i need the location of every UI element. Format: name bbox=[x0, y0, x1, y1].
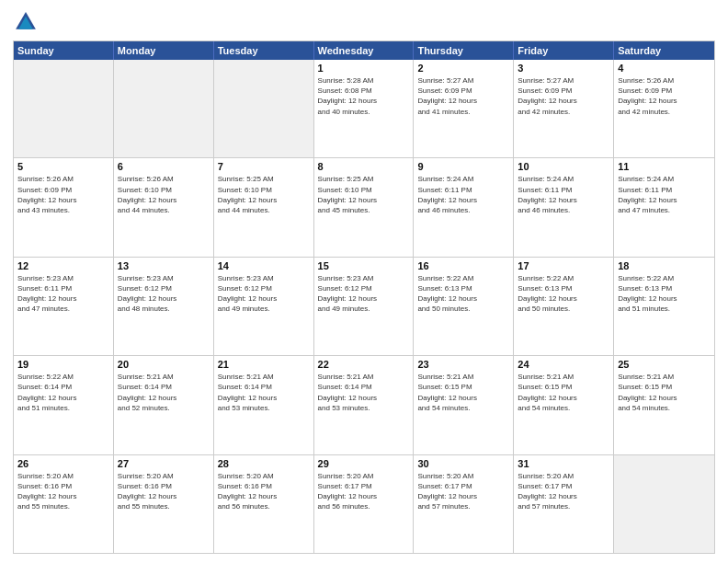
cell-info-line: Daylight: 12 hours bbox=[118, 491, 210, 501]
cell-info-line: Daylight: 12 hours bbox=[417, 195, 509, 205]
day-number: 19 bbox=[17, 359, 109, 370]
cell-info-line: and 57 minutes. bbox=[417, 501, 509, 511]
week-row-4: 19Sunrise: 5:22 AMSunset: 6:14 PMDayligh… bbox=[14, 356, 714, 454]
day-number: 23 bbox=[417, 359, 509, 370]
day-number: 1 bbox=[318, 63, 410, 74]
cell-info-line: Daylight: 12 hours bbox=[218, 491, 310, 501]
cell-info-line: and 47 minutes. bbox=[17, 304, 109, 314]
cell-info-line: Sunrise: 5:26 AM bbox=[17, 174, 109, 184]
cell-info-line: Sunrise: 5:21 AM bbox=[218, 372, 310, 382]
calendar-cell: 4Sunrise: 5:26 AMSunset: 6:09 PMDaylight… bbox=[614, 60, 714, 157]
day-number: 21 bbox=[218, 359, 310, 370]
header-day-wednesday: Wednesday bbox=[314, 41, 415, 60]
calendar-cell: 3Sunrise: 5:27 AMSunset: 6:09 PMDaylight… bbox=[514, 60, 614, 157]
cell-info-line: Sunset: 6:08 PM bbox=[318, 86, 410, 96]
cell-info-line: Sunset: 6:15 PM bbox=[417, 382, 509, 392]
logo-icon bbox=[13, 9, 39, 35]
cell-info-line: and 47 minutes. bbox=[618, 205, 711, 215]
cell-info-line: Sunset: 6:10 PM bbox=[118, 185, 210, 195]
calendar-cell: 14Sunrise: 5:23 AMSunset: 6:12 PMDayligh… bbox=[214, 258, 314, 355]
cell-info-line: Sunset: 6:17 PM bbox=[318, 481, 410, 491]
day-number: 20 bbox=[118, 359, 210, 370]
cell-info-line: Daylight: 12 hours bbox=[518, 393, 609, 403]
cell-info-line: Sunrise: 5:23 AM bbox=[17, 273, 109, 283]
header bbox=[13, 9, 715, 35]
calendar-cell: 6Sunrise: 5:26 AMSunset: 6:10 PMDaylight… bbox=[114, 158, 214, 256]
cell-info-line: Daylight: 12 hours bbox=[618, 393, 711, 403]
cell-info-line: Sunrise: 5:25 AM bbox=[318, 174, 410, 184]
day-number: 9 bbox=[417, 161, 509, 172]
cell-info-line: and 54 minutes. bbox=[618, 403, 711, 413]
calendar-cell: 1Sunrise: 5:28 AMSunset: 6:08 PMDaylight… bbox=[314, 60, 415, 157]
day-number: 8 bbox=[318, 161, 410, 172]
cell-info-line: Sunset: 6:09 PM bbox=[618, 86, 711, 96]
calendar: SundayMondayTuesdayWednesdayThursdayFrid… bbox=[13, 40, 715, 554]
cell-info-line: Daylight: 12 hours bbox=[417, 293, 509, 304]
cell-info-line: and 53 minutes. bbox=[318, 403, 410, 413]
cell-info-line: Daylight: 12 hours bbox=[118, 195, 210, 205]
header-day-tuesday: Tuesday bbox=[214, 41, 314, 60]
cell-info-line: and 54 minutes. bbox=[518, 403, 609, 413]
cell-info-line: Daylight: 12 hours bbox=[618, 195, 711, 205]
day-number: 17 bbox=[518, 260, 609, 271]
cell-info-line: Sunset: 6:16 PM bbox=[218, 481, 310, 491]
week-row-1: 1Sunrise: 5:28 AMSunset: 6:08 PMDaylight… bbox=[14, 60, 714, 158]
calendar-cell: 28Sunrise: 5:20 AMSunset: 6:16 PMDayligh… bbox=[214, 455, 314, 553]
day-number: 7 bbox=[218, 161, 310, 172]
cell-info-line: Sunrise: 5:28 AM bbox=[318, 75, 410, 86]
calendar-cell: 2Sunrise: 5:27 AMSunset: 6:09 PMDaylight… bbox=[414, 60, 514, 157]
cell-info-line: Sunrise: 5:22 AM bbox=[17, 372, 109, 382]
cell-info-line: Sunset: 6:10 PM bbox=[318, 185, 410, 195]
day-number: 4 bbox=[618, 63, 711, 74]
cell-info-line: and 56 minutes. bbox=[318, 501, 410, 511]
calendar-cell: 31Sunrise: 5:20 AMSunset: 6:17 PMDayligh… bbox=[514, 455, 614, 553]
cell-info-line: Daylight: 12 hours bbox=[218, 393, 310, 403]
cell-info-line: Daylight: 12 hours bbox=[318, 491, 410, 501]
cell-info-line: Daylight: 12 hours bbox=[118, 393, 210, 403]
cell-info-line: and 40 minutes. bbox=[318, 107, 410, 117]
cell-info-line: Sunrise: 5:21 AM bbox=[118, 372, 210, 382]
calendar-cell: 24Sunrise: 5:21 AMSunset: 6:15 PMDayligh… bbox=[514, 356, 614, 454]
calendar-cell: 9Sunrise: 5:24 AMSunset: 6:11 PMDaylight… bbox=[414, 158, 514, 256]
day-number: 26 bbox=[17, 458, 109, 469]
cell-info-line: Sunrise: 5:27 AM bbox=[417, 75, 509, 86]
day-number: 10 bbox=[518, 161, 609, 172]
cell-info-line: and 53 minutes. bbox=[218, 403, 310, 413]
day-number: 18 bbox=[618, 260, 711, 271]
cell-info-line: Daylight: 12 hours bbox=[618, 96, 711, 106]
cell-info-line: Sunset: 6:15 PM bbox=[618, 382, 711, 392]
cell-info-line: Sunset: 6:11 PM bbox=[17, 283, 109, 293]
header-day-sunday: Sunday bbox=[14, 41, 114, 60]
week-row-2: 5Sunrise: 5:26 AMSunset: 6:09 PMDaylight… bbox=[14, 158, 714, 257]
cell-info-line: Sunset: 6:16 PM bbox=[17, 481, 109, 491]
day-number: 22 bbox=[318, 359, 410, 370]
cell-info-line: Sunrise: 5:21 AM bbox=[318, 372, 410, 382]
day-number: 6 bbox=[118, 161, 210, 172]
calendar-cell: 8Sunrise: 5:25 AMSunset: 6:10 PMDaylight… bbox=[314, 158, 415, 256]
header-day-thursday: Thursday bbox=[414, 41, 514, 60]
cell-info-line: Sunrise: 5:24 AM bbox=[618, 174, 711, 184]
cell-info-line: Sunset: 6:14 PM bbox=[17, 382, 109, 392]
week-row-5: 26Sunrise: 5:20 AMSunset: 6:16 PMDayligh… bbox=[14, 455, 714, 553]
day-number: 5 bbox=[17, 161, 109, 172]
cell-info-line: and 41 minutes. bbox=[417, 107, 509, 117]
calendar-cell bbox=[214, 60, 314, 157]
cell-info-line: Sunrise: 5:22 AM bbox=[618, 273, 711, 283]
cell-info-line: and 42 minutes. bbox=[518, 107, 609, 117]
cell-info-line: Sunset: 6:15 PM bbox=[518, 382, 609, 392]
cell-info-line: and 49 minutes. bbox=[318, 304, 410, 314]
cell-info-line: and 55 minutes. bbox=[118, 501, 210, 511]
calendar-cell bbox=[14, 60, 114, 157]
cell-info-line: Sunrise: 5:20 AM bbox=[17, 471, 109, 481]
cell-info-line: Sunrise: 5:20 AM bbox=[118, 471, 210, 481]
cell-info-line: Sunset: 6:17 PM bbox=[417, 481, 509, 491]
cell-info-line: Daylight: 12 hours bbox=[318, 293, 410, 304]
cell-info-line: Sunrise: 5:22 AM bbox=[518, 273, 609, 283]
cell-info-line: Daylight: 12 hours bbox=[17, 195, 109, 205]
cell-info-line: Sunset: 6:13 PM bbox=[518, 283, 609, 293]
header-day-saturday: Saturday bbox=[614, 41, 714, 60]
cell-info-line: Sunset: 6:12 PM bbox=[218, 283, 310, 293]
cell-info-line: Daylight: 12 hours bbox=[417, 491, 509, 501]
day-number: 15 bbox=[318, 260, 410, 271]
calendar-cell: 23Sunrise: 5:21 AMSunset: 6:15 PMDayligh… bbox=[414, 356, 514, 454]
